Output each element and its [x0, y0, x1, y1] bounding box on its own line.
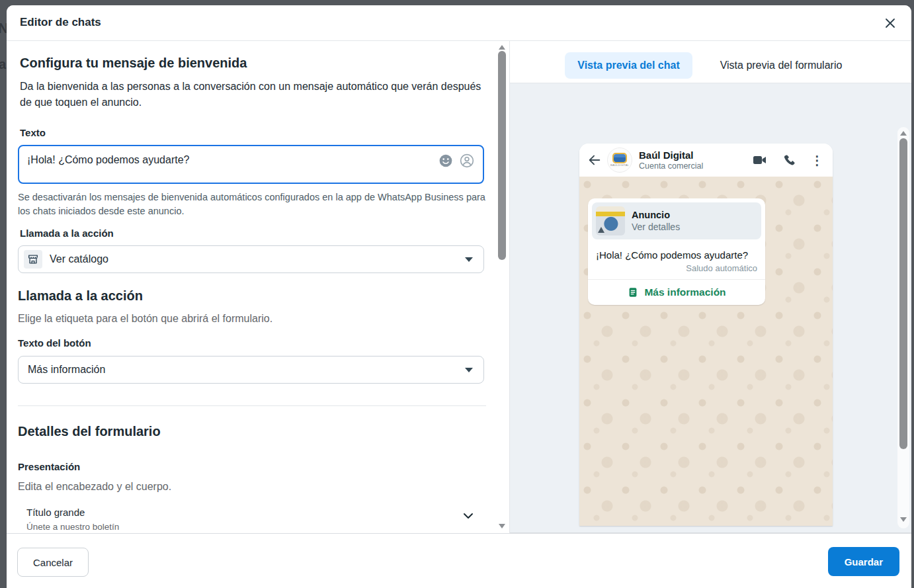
message-tag: Saludo automático: [588, 262, 765, 279]
preview-tabbar: Vista previa del chat Vista previa del f…: [510, 41, 911, 83]
scroll-up-arrow[interactable]: [499, 45, 505, 50]
ad-context-card: Anuncio Ver detalles: [592, 202, 761, 239]
form-document-icon: [627, 286, 639, 298]
catalog-iconbox: [24, 250, 42, 269]
ad-message-bubble: Anuncio Ver detalles ¡Hola! ¿Cómo podemo…: [588, 198, 765, 305]
presentation-item-subtitle: Únete a nuestro boletín: [26, 522, 119, 532]
caret-down-icon: [465, 368, 473, 372]
scroll-up-arrow[interactable]: [900, 131, 907, 136]
emoji-picker-button[interactable]: [438, 153, 453, 168]
ad-title: Anuncio: [632, 210, 680, 220]
background-glimpse-text: a: [0, 57, 6, 72]
welcome-message-preview: ¡Hola! ¿Cómo podemos ayudarte?: [588, 243, 765, 262]
avatar-logo: [614, 154, 626, 162]
dialog-footer: Cancelar Guardar: [7, 533, 911, 588]
preview-pane: Vista previa del chat Vista previa del f…: [509, 41, 911, 533]
whatsapp-header: BAÚLDIGITAL Baúl Digital Cuenta comercia…: [579, 144, 833, 177]
cta-section-heading: Llamada a la acción: [18, 288, 143, 304]
scroll-down-arrow[interactable]: [499, 524, 505, 528]
dialog-header: Editor de chats: [7, 5, 911, 41]
chat-wallpaper: Anuncio Ver detalles ¡Hola! ¿Cómo podemo…: [579, 177, 833, 526]
button-text-dropdown[interactable]: Más información: [18, 356, 484, 384]
personalization-button[interactable]: [460, 153, 474, 168]
presentation-description: Edita el encabezado y el cuerpo.: [18, 479, 171, 495]
right-scrollbar-thumb[interactable]: [899, 138, 907, 449]
cta-dropdown-label: Llamada a la acción: [20, 228, 114, 239]
caret-down-icon: [465, 257, 473, 262]
person-icon: [460, 153, 474, 168]
cta-dropdown-value: Ver catálogo: [50, 253, 465, 265]
presentation-item-title: Título grande: [26, 507, 85, 518]
storefront-icon: [27, 253, 39, 265]
welcome-section-heading: Configura tu mensaje de bienvenida: [20, 56, 247, 71]
cta-dropdown[interactable]: Ver catálogo: [18, 245, 484, 273]
close-icon: [884, 17, 897, 30]
input-icons: [438, 153, 474, 168]
welcome-helper-text: Se desactivarán los mensajes de bienveni…: [18, 190, 490, 218]
cta-section-description: Elige la etiqueta para el botón que abri…: [18, 311, 481, 327]
editor-form-pane: Configura tu mensaje de bienvenida Da la…: [7, 41, 509, 533]
chat-editor-dialog: Editor de chats Configura tu mensaje de …: [7, 5, 911, 588]
business-name: Baúl Digital: [639, 149, 703, 161]
cancel-button[interactable]: Cancelar: [17, 548, 89, 577]
back-arrow-icon: [587, 153, 602, 167]
left-scrollbar: [496, 41, 508, 533]
message-cta-button: Más información: [588, 280, 765, 305]
chat-preview-area: BAÚLDIGITAL Baúl Digital Cuenta comercia…: [510, 83, 911, 533]
smiley-icon: [438, 153, 453, 168]
screen: N a Editor de chats Configura tu mensaje…: [0, 0, 914, 588]
business-identity: Baúl Digital Cuenta comercial: [639, 149, 703, 171]
welcome-message-field: [18, 145, 484, 184]
phone-preview: BAÚLDIGITAL Baúl Digital Cuenta comercia…: [579, 144, 833, 526]
form-details-heading: Detalles del formulario: [18, 424, 161, 439]
phone-call-icon: [782, 153, 796, 167]
scroll-down-arrow[interactable]: [900, 517, 907, 522]
dialog-title: Editor de chats: [20, 16, 101, 29]
tab-form-preview[interactable]: Vista previa del formulario: [710, 52, 852, 79]
whatsapp-actions: ⋮: [752, 144, 823, 177]
button-text-dropdown-value: Más información: [28, 364, 465, 376]
presentation-label: Presentación: [18, 461, 80, 472]
ad-thumbnail-image: [596, 206, 625, 235]
save-button[interactable]: Guardar: [828, 547, 899, 576]
tab-chat-preview[interactable]: Vista previa del chat: [565, 52, 692, 79]
expand-presentation-button[interactable]: [462, 509, 475, 525]
welcome-section-description: Da la bienvenida a las personas a la con…: [20, 79, 487, 110]
left-scrollbar-thumb[interactable]: [498, 51, 506, 260]
video-call-icon: [752, 152, 768, 168]
chevron-down-icon: [462, 509, 475, 523]
ad-details-link: Ver detalles: [632, 222, 680, 232]
button-text-label: Texto del botón: [18, 337, 91, 349]
menu-kebab-icon: ⋮: [811, 154, 823, 167]
avatar-caption: BAÚLDIGITAL: [610, 163, 629, 167]
ad-context-texts: Anuncio Ver detalles: [632, 210, 680, 232]
welcome-message-input[interactable]: [19, 146, 483, 166]
section-divider: [18, 405, 486, 406]
message-cta-label: Más información: [644, 286, 726, 298]
business-avatar: BAÚLDIGITAL: [607, 147, 632, 173]
business-status: Cuenta comercial: [639, 161, 703, 171]
right-scrollbar: [897, 127, 909, 528]
close-button[interactable]: [881, 14, 899, 32]
text-field-label: Texto: [20, 127, 46, 138]
